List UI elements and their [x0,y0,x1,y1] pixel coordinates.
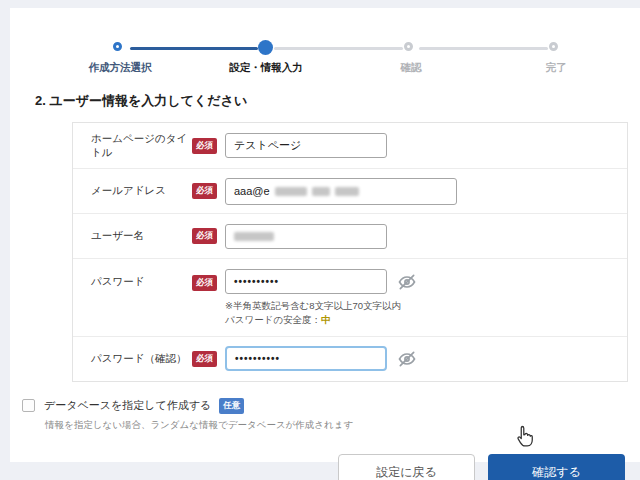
required-badge: 必須 [192,351,217,367]
form-row-username: ユーザー名 必須 [73,213,627,258]
required-badge: 必須 [192,183,217,199]
required-badge: 必須 [192,275,217,291]
required-badge: 必須 [192,138,217,154]
email-redacted-segment [335,187,359,196]
user-info-form: ホームページのタイトル 必須 テストページ メールアドレス 必須 aaa@e [72,122,628,382]
section-heading: 2. ユーザー情報を入力してください [35,92,640,110]
password-input[interactable]: •••••••••• [225,269,387,294]
database-note: 情報を指定しない場合、ランダムな情報でデータベースが作成されます [45,419,640,432]
form-row-homepage-title: ホームページのタイトル 必須 テストページ [73,123,627,168]
password-label: パスワード [91,275,144,289]
email-label: メールアドレス [91,184,166,198]
confirm-button[interactable]: 確認する [488,454,625,480]
required-badge: 必須 [192,228,217,244]
password-strength-label: パスワードの安全度： [225,314,321,325]
password-hint: ※半角英数記号含む8文字以上70文字以内 [225,300,401,311]
database-checkbox-label: データベースを指定して作成する [44,398,211,413]
stepper-line-done [130,47,258,50]
form-row-password: パスワード 必須 •••••••••• ※半角英数記号含む8文字以上70文字 [73,258,627,336]
stepper-line-todo [274,47,403,50]
step-label-complete: 完了 [496,61,616,75]
eye-slash-icon [397,272,417,292]
password-confirm-visibility-toggle[interactable] [397,349,417,369]
step-circle-active [258,40,273,55]
email-redacted-segment [312,187,330,196]
step-label-method-select: 作成方法選択 [60,61,180,75]
email-input[interactable]: aaa@e [225,178,457,205]
step-label-confirm: 確認 [351,61,471,75]
password-strength-value: 中 [321,314,331,325]
eye-slash-icon [397,349,417,369]
homepage-title-input[interactable]: テストページ [225,133,387,158]
stepper-line-todo [419,47,548,50]
password-visibility-toggle[interactable] [397,272,417,292]
username-input[interactable] [225,224,387,249]
username-label: ユーザー名 [91,229,144,243]
homepage-title-label: ホームページのタイトル [91,132,192,160]
form-row-password-confirm: パスワード（確認） 必須 •••••••••• [73,336,627,381]
back-button[interactable]: 設定に戻る [338,454,475,480]
step-label-settings-input: 設定・情報入力 [206,61,326,75]
progress-stepper: 作成方法選択 設定・情報入力 確認 完了 [10,20,640,78]
optional-badge: 任意 [219,398,244,414]
username-redacted-segment [234,232,274,241]
step-circle-done [113,42,122,51]
password-confirm-label: パスワード（確認） [91,352,186,366]
wizard-card: 作成方法選択 設定・情報入力 確認 完了 2. ユーザー情報を入力してください … [10,8,640,462]
step-circle-todo [549,42,558,51]
email-redacted-segment [275,187,307,196]
database-checkbox[interactable] [22,399,35,412]
password-confirm-input[interactable]: •••••••••• [225,346,387,371]
action-buttons: 設定に戻る 確認する [10,454,625,480]
step-circle-todo [404,42,413,51]
form-row-email: メールアドレス 必須 aaa@e [73,168,627,213]
email-visible-text: aaa@e [234,185,270,197]
database-option-section: データベースを指定して作成する 任意 情報を指定しない場合、ランダムな情報でデー… [22,398,640,432]
